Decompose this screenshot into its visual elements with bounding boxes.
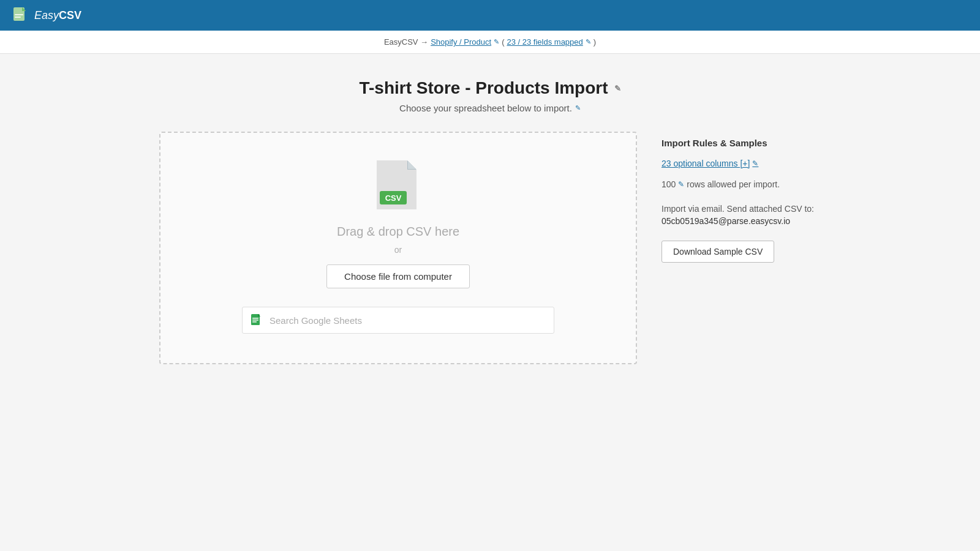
breadcrumb: EasyCSV → Shopify / Product ✎ ( 23 / 23 … xyxy=(0,31,980,54)
page-title-edit-icon[interactable]: ✎ xyxy=(614,84,621,93)
logo-icon xyxy=(12,7,29,24)
breadcrumb-prefix: EasyCSV → xyxy=(384,37,428,47)
drag-drop-text: Drag & drop CSV here xyxy=(337,225,459,239)
breadcrumb-fields-icon[interactable]: ✎ xyxy=(586,38,591,46)
breadcrumb-paren-open: ( xyxy=(502,37,504,47)
svg-rect-1 xyxy=(15,14,23,15)
csv-icon-svg: CSV xyxy=(374,157,423,212)
sidebar-title: Import Rules & Samples xyxy=(662,138,821,148)
app-logo: EasyCSV xyxy=(12,7,81,24)
csv-file-icon: CSV xyxy=(374,157,423,212)
breadcrumb-paren-close: ) xyxy=(594,37,596,47)
download-sample-csv-button[interactable]: Download Sample CSV xyxy=(662,241,774,263)
svg-rect-2 xyxy=(15,17,21,18)
rows-info: 100 ✎ rows allowed per import. xyxy=(662,179,821,189)
breadcrumb-fields-link[interactable]: 23 / 23 fields mapped xyxy=(507,37,582,47)
choose-file-button[interactable]: Choose file from computer xyxy=(326,264,470,288)
breadcrumb-shopify-link[interactable]: Shopify / Product xyxy=(431,37,491,47)
page-subtitle: Choose your spreadsheet below to import.… xyxy=(159,103,821,113)
google-sheets-icon xyxy=(250,313,263,327)
email-label: Import via email. Send attached CSV to: xyxy=(662,204,821,214)
page-subtitle-icon[interactable]: ✎ xyxy=(575,104,581,112)
or-text: or xyxy=(394,245,402,255)
optional-columns-icon[interactable]: ✎ xyxy=(752,159,758,168)
drop-zone[interactable]: CSV Drag & drop CSV here or Choose file … xyxy=(159,132,637,364)
rows-count: 100 xyxy=(662,179,676,189)
breadcrumb-link-icon[interactable]: ✎ xyxy=(494,38,499,46)
svg-rect-8 xyxy=(252,321,257,323)
right-sidebar: Import Rules & Samples 23 optional colum… xyxy=(662,132,821,263)
page-title-area: T-shirt Store - Products Import ✎ xyxy=(159,78,821,98)
optional-columns-link[interactable]: 23 optional columns [+] ✎ xyxy=(662,159,758,168)
email-address: 05cb0519a345@parse.easycsv.io xyxy=(662,216,821,226)
app-header: EasyCSV xyxy=(0,0,980,31)
rows-suffix: rows allowed per import. xyxy=(687,179,780,189)
page-title: T-shirt Store - Products Import ✎ xyxy=(359,78,620,98)
google-sheets-placeholder: Search Google Sheets xyxy=(270,315,362,326)
rows-edit-icon[interactable]: ✎ xyxy=(678,180,684,189)
logo-easy-text: EasyCSV xyxy=(34,9,81,22)
main-content: T-shirt Store - Products Import ✎ Choose… xyxy=(123,54,858,389)
svg-text:CSV: CSV xyxy=(385,193,402,203)
google-sheets-input[interactable]: Search Google Sheets xyxy=(242,307,554,334)
svg-rect-6 xyxy=(252,318,258,319)
svg-rect-7 xyxy=(252,320,258,321)
two-col-layout: CSV Drag & drop CSV here or Choose file … xyxy=(159,132,821,364)
